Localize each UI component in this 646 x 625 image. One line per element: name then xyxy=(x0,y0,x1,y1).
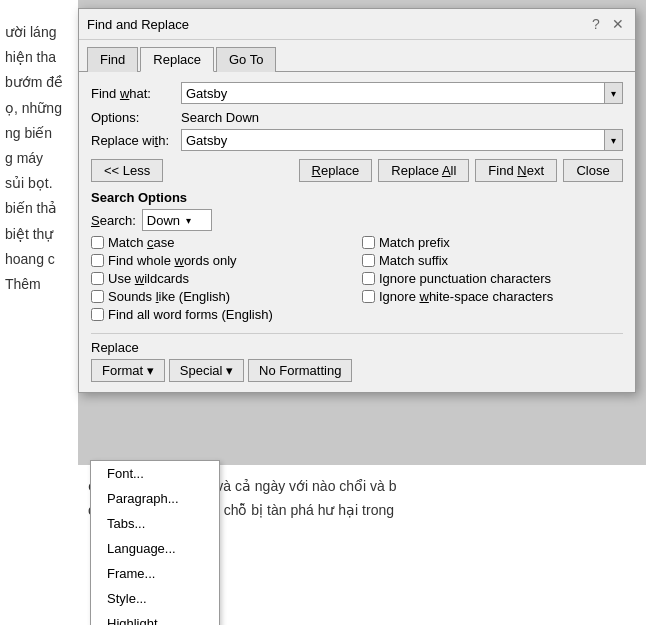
find-replace-dialog: Find and Replace ? ✕ Find Replace Go To … xyxy=(78,8,636,393)
format-dropdown-menu: Font... Paragraph... Tabs... Language...… xyxy=(90,460,220,625)
dialog-body: Find what: Gatsby ▾ Options: Search Down… xyxy=(79,72,635,392)
tab-goto[interactable]: Go To xyxy=(216,47,276,72)
find-what-dropdown[interactable]: ▾ xyxy=(604,83,622,103)
match-prefix-checkbox[interactable] xyxy=(362,236,375,249)
search-direction-row: Search: Down ▾ xyxy=(91,209,623,231)
options-value: Search Down xyxy=(181,110,259,125)
sounds-like-checkbox[interactable] xyxy=(91,290,104,303)
search-direction-value: Down xyxy=(147,213,180,228)
checkbox-ignore-punctuation: Ignore punctuation characters xyxy=(362,271,623,286)
checkbox-match-suffix: Match suffix xyxy=(362,253,623,268)
checkboxes-left: Match case Find whole words only Use wil… xyxy=(91,235,352,325)
frame-item[interactable]: Frame... xyxy=(91,561,219,586)
language-item[interactable]: Language... xyxy=(91,536,219,561)
word-forms-checkbox[interactable] xyxy=(91,308,104,321)
checkbox-word-forms: Find all word forms (English) xyxy=(91,307,352,322)
find-what-input[interactable]: Gatsby ▾ xyxy=(181,82,623,104)
search-options-header: Search Options xyxy=(91,190,623,205)
format-button[interactable]: Format ▾ xyxy=(91,359,165,382)
checkbox-match-prefix: Match prefix xyxy=(362,235,623,250)
dialog-titlebar: Find and Replace ? ✕ xyxy=(79,9,635,40)
replace-with-row: Replace with: Gatsby ▾ xyxy=(91,129,623,151)
replace-with-dropdown[interactable]: ▾ xyxy=(604,130,622,150)
dialog-title: Find and Replace xyxy=(87,17,189,32)
help-button[interactable]: ? xyxy=(587,15,605,33)
less-button[interactable]: << Less xyxy=(91,159,163,182)
ignore-punctuation-checkbox[interactable] xyxy=(362,272,375,285)
checkboxes-grid: Match case Find whole words only Use wil… xyxy=(91,235,623,325)
match-suffix-checkbox[interactable] xyxy=(362,254,375,267)
action-buttons-row: << Less Replace Replace All Find Next Cl… xyxy=(91,159,623,182)
whole-words-checkbox[interactable] xyxy=(91,254,104,267)
wildcards-checkbox[interactable] xyxy=(91,272,104,285)
replace-section-label: Replace xyxy=(91,340,623,355)
dialog-close-button[interactable]: ✕ xyxy=(609,15,627,33)
tab-bar: Find Replace Go To xyxy=(79,40,635,72)
replace-with-value: Gatsby xyxy=(186,133,227,148)
checkbox-ignore-whitespace: Ignore white-space characters xyxy=(362,289,623,304)
checkbox-wildcards: Use wildcards xyxy=(91,271,352,286)
format-buttons-row: Format ▾ Special ▾ No Formatting xyxy=(91,359,623,382)
find-what-row: Find what: Gatsby ▾ xyxy=(91,82,623,104)
tab-replace[interactable]: Replace xyxy=(140,47,214,72)
replace-all-button[interactable]: Replace All xyxy=(378,159,469,182)
special-button[interactable]: Special ▾ xyxy=(169,359,244,382)
find-next-button[interactable]: Find Next xyxy=(475,159,557,182)
find-what-value: Gatsby xyxy=(186,86,227,101)
highlight-item[interactable]: Highlight xyxy=(91,611,219,625)
replace-section: Replace Format ▾ Special ▾ No Formatting xyxy=(91,333,623,382)
replace-button[interactable]: Replace xyxy=(299,159,373,182)
font-item[interactable]: Font... xyxy=(91,461,219,486)
find-what-label: Find what: xyxy=(91,86,181,101)
style-item[interactable]: Style... xyxy=(91,586,219,611)
search-direction-select[interactable]: Down ▾ xyxy=(142,209,212,231)
replace-with-label: Replace with: xyxy=(91,133,181,148)
no-formatting-button[interactable]: No Formatting xyxy=(248,359,352,382)
checkboxes-right: Match prefix Match suffix Ignore punctua… xyxy=(362,235,623,325)
tab-find[interactable]: Find xyxy=(87,47,138,72)
search-direction-arrow: ▾ xyxy=(186,215,191,226)
titlebar-buttons: ? ✕ xyxy=(587,15,627,33)
options-row: Options: Search Down xyxy=(91,110,623,125)
close-action-button[interactable]: Close xyxy=(563,159,623,182)
checkbox-match-case: Match case xyxy=(91,235,352,250)
options-label: Options: xyxy=(91,110,181,125)
paragraph-item[interactable]: Paragraph... xyxy=(91,486,219,511)
tabs-item[interactable]: Tabs... xyxy=(91,511,219,536)
background-left: ười láng hiện tha bướm đề ọ, những ng bi… xyxy=(0,0,78,625)
match-case-checkbox[interactable] xyxy=(91,236,104,249)
replace-with-input[interactable]: Gatsby ▾ xyxy=(181,129,623,151)
ignore-whitespace-checkbox[interactable] xyxy=(362,290,375,303)
checkbox-sounds-like: Sounds like (English) xyxy=(91,289,352,304)
search-direction-label: Search: xyxy=(91,213,136,228)
checkbox-whole-words: Find whole words only xyxy=(91,253,352,268)
